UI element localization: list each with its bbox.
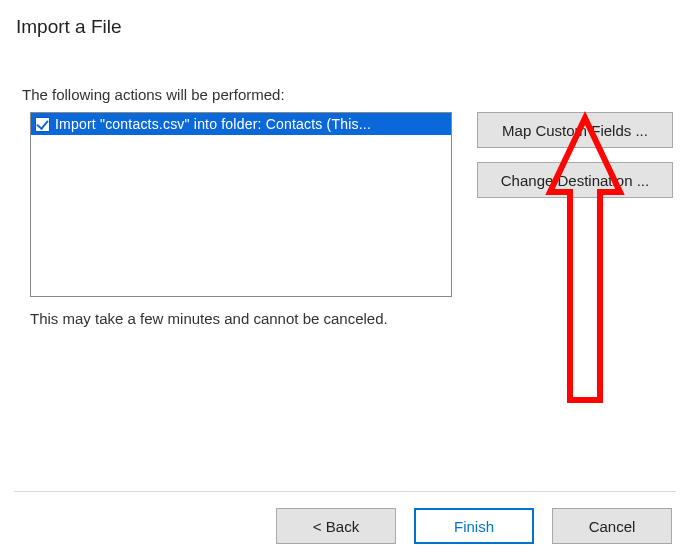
actions-listbox[interactable]: Import "contacts.csv" into folder: Conta… (30, 112, 452, 297)
footer-separator (14, 491, 676, 492)
list-item[interactable]: Import "contacts.csv" into folder: Conta… (31, 113, 451, 135)
list-item-label: Import "contacts.csv" into folder: Conta… (55, 116, 371, 132)
back-button[interactable]: < Back (276, 508, 396, 544)
side-button-group: Map Custom Fields ... Change Destination… (477, 112, 673, 198)
checkbox-icon[interactable] (35, 117, 50, 132)
cancel-button[interactable]: Cancel (552, 508, 672, 544)
finish-button[interactable]: Finish (414, 508, 534, 544)
change-destination-button[interactable]: Change Destination ... (477, 162, 673, 198)
duration-note: This may take a few minutes and cannot b… (30, 310, 388, 327)
map-custom-fields-button[interactable]: Map Custom Fields ... (477, 112, 673, 148)
footer-button-group: < Back Finish Cancel (276, 508, 672, 544)
dialog-title: Import a File (16, 16, 122, 38)
actions-subtitle: The following actions will be performed: (22, 86, 285, 103)
